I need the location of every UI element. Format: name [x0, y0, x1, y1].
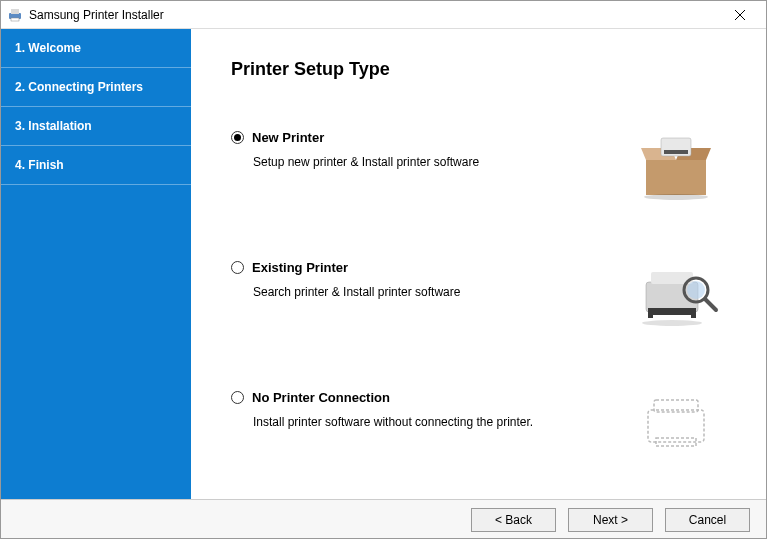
- option-title-row: New Printer: [231, 130, 626, 145]
- sidebar-item-label: 2. Connecting Printers: [15, 80, 143, 94]
- option-title: New Printer: [252, 130, 324, 145]
- svg-marker-5: [646, 160, 706, 195]
- option-no-connection[interactable]: No Printer Connection Install printer so…: [231, 390, 726, 460]
- close-icon: [735, 10, 745, 20]
- svg-rect-2: [11, 18, 19, 21]
- radio-existing-printer[interactable]: [231, 261, 244, 274]
- title-bar: Samsung Printer Installer: [1, 1, 766, 29]
- cancel-button-label: Cancel: [689, 513, 726, 527]
- svg-point-16: [687, 281, 705, 299]
- svg-line-17: [705, 299, 716, 310]
- new-printer-box-icon: [626, 130, 726, 200]
- existing-printer-search-icon: [626, 260, 726, 330]
- sidebar-item-label: 3. Installation: [15, 119, 92, 133]
- cancel-button[interactable]: Cancel: [665, 508, 750, 532]
- svg-rect-19: [648, 410, 704, 442]
- option-title-row: No Printer Connection: [231, 390, 626, 405]
- option-desc: Install printer software without connect…: [253, 415, 626, 429]
- option-title: Existing Printer: [252, 260, 348, 275]
- option-desc: Search printer & Install printer softwar…: [253, 285, 626, 299]
- sidebar-item-welcome[interactable]: 1. Welcome: [1, 29, 191, 68]
- svg-rect-1: [11, 9, 19, 14]
- svg-point-18: [642, 320, 702, 326]
- sidebar-item-connecting[interactable]: 2. Connecting Printers: [1, 68, 191, 107]
- radio-new-printer[interactable]: [231, 131, 244, 144]
- content-panel: Printer Setup Type New Printer Setup new…: [191, 29, 766, 499]
- option-new-printer[interactable]: New Printer Setup new printer & Install …: [231, 130, 726, 200]
- next-button[interactable]: Next >: [568, 508, 653, 532]
- sidebar-item-label: 1. Welcome: [15, 41, 81, 55]
- option-text: New Printer Setup new printer & Install …: [231, 130, 626, 169]
- radio-no-connection[interactable]: [231, 391, 244, 404]
- sidebar: 1. Welcome 2. Connecting Printers 3. Ins…: [1, 29, 191, 499]
- app-icon: [7, 7, 23, 23]
- main-area: 1. Welcome 2. Connecting Printers 3. Ins…: [1, 29, 766, 499]
- no-connection-printer-icon: [626, 390, 726, 460]
- svg-rect-9: [664, 150, 688, 154]
- next-button-label: Next >: [593, 513, 628, 527]
- sidebar-item-finish[interactable]: 4. Finish: [1, 146, 191, 185]
- option-title-row: Existing Printer: [231, 260, 626, 275]
- option-title: No Printer Connection: [252, 390, 390, 405]
- close-button[interactable]: [720, 2, 760, 28]
- footer-bar: < Back Next > Cancel: [1, 499, 766, 539]
- page-title: Printer Setup Type: [231, 59, 726, 80]
- option-existing-printer[interactable]: Existing Printer Search printer & Instal…: [231, 260, 726, 330]
- sidebar-item-installation[interactable]: 3. Installation: [1, 107, 191, 146]
- window-title: Samsung Printer Installer: [29, 8, 720, 22]
- back-button-label: < Back: [495, 513, 532, 527]
- option-text: Existing Printer Search printer & Instal…: [231, 260, 626, 299]
- back-button[interactable]: < Back: [471, 508, 556, 532]
- option-desc: Setup new printer & Install printer soft…: [253, 155, 626, 169]
- sidebar-item-label: 4. Finish: [15, 158, 64, 172]
- svg-point-10: [644, 194, 708, 200]
- option-text: No Printer Connection Install printer so…: [231, 390, 626, 429]
